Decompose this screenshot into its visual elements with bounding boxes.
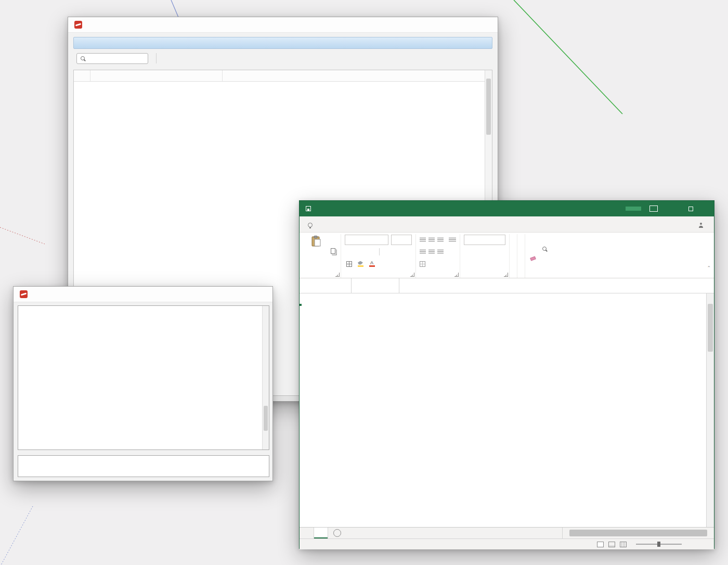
column-header-definition[interactable] (90, 70, 223, 81)
sort-filter-button[interactable] (540, 234, 549, 243)
font-name-combo[interactable] (345, 235, 388, 245)
shrink-font-button[interactable] (394, 247, 402, 256)
scrollbar-thumb[interactable] (708, 304, 713, 352)
align-center-icon[interactable] (428, 250, 435, 254)
comma-style-button[interactable] (487, 247, 496, 256)
excel-titlebar[interactable] (300, 201, 714, 216)
sheet-vertical-scrollbar[interactable] (706, 293, 714, 527)
autosum-button[interactable] (529, 234, 538, 243)
zoom-slider-thumb[interactable] (657, 542, 660, 547)
italic-button[interactable] (356, 247, 365, 256)
table-header-row (74, 70, 492, 82)
ribbon-display-options-icon[interactable] (649, 206, 658, 212)
page-break-view-icon[interactable] (620, 542, 627, 547)
format-painter-button[interactable] (331, 257, 337, 265)
search-icon (81, 56, 85, 60)
accounting-format-button[interactable] (464, 247, 473, 256)
align-left-icon[interactable] (420, 250, 426, 254)
name-box[interactable] (300, 278, 352, 293)
align-right-icon[interactable] (437, 250, 444, 254)
merge-center-icon[interactable] (420, 261, 425, 267)
zoom-slider[interactable] (636, 544, 682, 545)
sign-in-button[interactable] (626, 207, 641, 211)
paste-button[interactable] (305, 235, 327, 271)
minimize-button[interactable] (667, 201, 683, 216)
ribbon-group-clipboard (302, 234, 341, 278)
green-axis-line (514, 0, 622, 114)
ruby-console-scrollbar[interactable] (262, 306, 269, 450)
wrap-text-icon[interactable] (449, 238, 456, 242)
scrollbar-thumb[interactable] (569, 530, 707, 536)
scrollbar-thumb[interactable] (486, 79, 491, 135)
page-layout-view-icon[interactable] (608, 542, 615, 547)
column-header-custom-text[interactable] (223, 70, 492, 81)
ruby-console-output[interactable] (18, 305, 269, 450)
share-button[interactable] (698, 218, 707, 232)
maximize-button[interactable] (683, 201, 698, 216)
blue-axis-dashed-line (1, 506, 33, 565)
dialog-launcher-icon[interactable] (335, 273, 340, 277)
horizontal-scrollbar[interactable] (562, 528, 714, 538)
status-bar-right (597, 542, 714, 547)
eraser-icon (530, 256, 536, 261)
normal-view-icon[interactable] (597, 542, 604, 547)
formula-input[interactable] (399, 278, 714, 293)
vbo-titlebar[interactable] (68, 17, 498, 33)
ruby-console-command-input[interactable] (18, 455, 269, 477)
ruby-console-window (13, 286, 273, 481)
number-format-combo[interactable] (464, 235, 505, 245)
scroll-down-icon[interactable] (263, 442, 269, 450)
titlebar-right-controls (626, 201, 714, 216)
fill-color-icon (358, 261, 363, 267)
column-header-number[interactable] (74, 70, 90, 81)
ribbon-group-alignment (416, 234, 460, 278)
search-input[interactable] (76, 53, 148, 64)
scrollbar-thumb[interactable] (264, 406, 268, 431)
scroll-up-icon[interactable] (707, 293, 714, 301)
cut-button[interactable] (331, 236, 337, 245)
status-bar (300, 538, 714, 549)
scroll-up-icon[interactable] (485, 70, 492, 78)
percent-style-button[interactable] (475, 247, 484, 256)
dialog-launcher-icon[interactable] (504, 273, 508, 277)
ribbon-tab-strip (300, 216, 714, 233)
align-top-icon[interactable] (420, 238, 426, 242)
scroll-up-icon[interactable] (263, 306, 269, 313)
small-separator (379, 248, 380, 255)
sheet-tab-records[interactable] (314, 528, 328, 538)
align-bottom-icon[interactable] (437, 238, 444, 242)
ruby-console-titlebar[interactable] (14, 287, 272, 302)
copy-button[interactable] (331, 247, 337, 255)
borders-icon (346, 261, 352, 267)
fill-button[interactable] (529, 244, 538, 253)
font-size-combo[interactable] (391, 235, 412, 245)
ribbon-group-cells (517, 234, 525, 278)
borders-button[interactable] (345, 259, 354, 268)
bold-button[interactable] (345, 247, 354, 256)
align-middle-icon[interactable] (428, 238, 435, 242)
sheet-tab-bar (300, 527, 714, 538)
scroll-down-icon[interactable] (707, 520, 714, 527)
save-icon (306, 206, 311, 211)
find-select-button[interactable] (540, 244, 549, 253)
tell-me-box[interactable] (308, 218, 316, 232)
save-button[interactable] (306, 206, 311, 211)
new-sheet-button[interactable] (333, 529, 341, 537)
blue-axis-line-top (171, 0, 178, 17)
dialog-launcher-icon[interactable] (454, 273, 459, 277)
worksheet-grid (300, 293, 706, 527)
underline-button[interactable] (368, 247, 376, 256)
formula-bar (300, 278, 714, 293)
font-color-button[interactable]: A (368, 259, 376, 268)
close-button[interactable] (698, 201, 714, 216)
grow-font-button[interactable] (382, 247, 391, 256)
column-headers (300, 293, 706, 304)
ribbon-group-styles (510, 234, 517, 278)
fill-color-button[interactable] (356, 259, 365, 268)
clear-button[interactable] (529, 254, 538, 263)
selected-cell-outline (300, 304, 302, 306)
dialog-launcher-icon[interactable] (410, 273, 414, 277)
toolbar-separator (156, 53, 157, 63)
collapse-ribbon-icon[interactable]: ⌃ (707, 265, 711, 271)
ribbon-group-font: A (341, 234, 416, 278)
